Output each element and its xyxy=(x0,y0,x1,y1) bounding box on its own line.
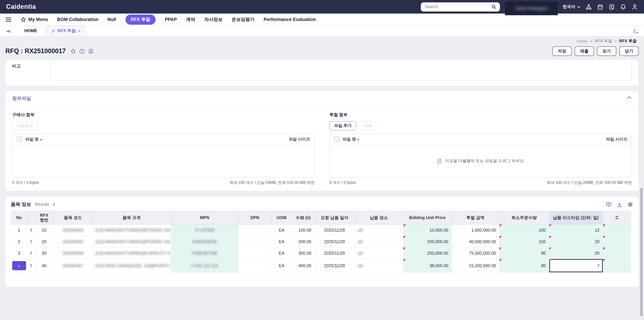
cell-value: 250,000.00 xyxy=(427,251,448,255)
submit-button[interactable]: 제출 xyxy=(575,46,594,56)
download-grid-icon[interactable] xyxy=(616,202,622,207)
col-header-uom[interactable]: UOM xyxy=(271,211,292,224)
document-a-icon[interactable] xyxy=(88,48,94,54)
cell-item-spec: [US] MANUFACTURING@CAPACITY 5 xyxy=(92,247,171,259)
cell-extra[interactable] xyxy=(603,236,631,247)
file-drop-zone[interactable]: 이곳을 더블클릭 또는 파일을 드래그 하세요. xyxy=(330,145,632,177)
add-file-button[interactable]: 파일 추가 xyxy=(330,121,356,130)
calendar-icon[interactable] xyxy=(597,4,604,10)
cell-rfx-line: 10 xyxy=(35,224,54,236)
col-header-extra[interactable]: C xyxy=(603,211,631,224)
col-header-dpn[interactable]: DPN xyxy=(238,211,271,224)
search-input[interactable] xyxy=(424,4,491,10)
cell-dpn xyxy=(238,224,271,236)
col-header-lead-time[interactable]: 납품 리드타임 (단위: 일) xyxy=(549,211,603,224)
info-icon[interactable] xyxy=(79,48,85,54)
gear-icon[interactable] xyxy=(628,202,633,207)
cell-value: 0 445 110 123 xyxy=(191,263,218,268)
select-all-checkbox[interactable] xyxy=(334,136,340,142)
memo-icon[interactable] xyxy=(608,4,615,10)
favorite-star-icon[interactable] xyxy=(70,48,76,54)
grid-info-icon[interactable] xyxy=(606,202,612,207)
cell-bid-unit-price[interactable]: 10,000.00 xyxy=(403,224,452,236)
close-button[interactable]: 닫기 xyxy=(619,46,638,56)
user-name[interactable]: Carlos Rodriguez xyxy=(505,2,558,15)
col-header-min-order-qty[interactable]: 최소주문수량 xyxy=(499,211,549,224)
cell-bid-unit-price[interactable]: 250,000.00 xyxy=(403,247,452,259)
cell-extra[interactable] xyxy=(603,247,631,259)
buyer-attachments-title: 구매사 첨부 xyxy=(12,112,314,118)
bell-icon[interactable] xyxy=(620,4,626,10)
breadcrumb-rfx[interactable]: RFX 투찰 xyxy=(595,38,612,44)
nav-item-bom-collaboration[interactable]: BOM Collaboration xyxy=(57,17,98,22)
cell-extra[interactable] xyxy=(603,259,631,272)
col-header-mpn[interactable]: MPN xyxy=(171,211,238,224)
cell-value: 20 xyxy=(42,239,46,244)
col-header-bid-amount[interactable]: 투찰 금액 xyxy=(452,211,499,224)
cell-bid-amount: 75,000,000.00 xyxy=(452,247,499,259)
col-header-no[interactable]: No xyxy=(11,211,28,224)
cell-value: 80 xyxy=(541,263,546,268)
hamburger-icon[interactable] xyxy=(6,17,12,22)
delete-file-button[interactable]: 삭제 xyxy=(359,121,376,130)
cell-lead-time[interactable]: 20 xyxy=(549,247,603,259)
nav-item-null[interactable]: Null xyxy=(108,17,116,22)
cell-bid-unit-price[interactable]: 38,000.00 xyxy=(403,259,452,272)
affiliate-icon[interactable] xyxy=(586,4,592,10)
items-table: No RFX 항번 품목 코드 품목 규격 MPN DPN UOM 수량 (b)… xyxy=(11,211,631,273)
cell-min-order-qty[interactable]: 80 xyxy=(499,259,549,272)
tab-home[interactable]: HOME xyxy=(16,29,45,33)
select-all-checkbox[interactable] xyxy=(16,136,22,142)
cell-min-order-qty[interactable]: 150 xyxy=(499,236,549,247)
remarks-label: 비고 xyxy=(12,60,50,81)
nav-item-rfx-bid-active[interactable]: RFX 투찰 xyxy=(125,15,156,25)
cell-min-order-qty[interactable]: 80 xyxy=(499,247,549,259)
cell-extra[interactable] xyxy=(603,224,631,236)
col-header-qty[interactable]: 수량 (b) xyxy=(292,211,314,224)
chevron-down-icon xyxy=(577,6,580,8)
cell-value: 100000465 xyxy=(62,239,84,244)
cell-lead-time[interactable]: 20 xyxy=(549,236,603,247)
save-button[interactable]: 저장 xyxy=(552,46,572,56)
cell-bid-unit-price[interactable]: 200,000.00 xyxy=(403,236,452,247)
vertical-scrollbar[interactable] xyxy=(640,36,643,319)
close-all-tabs-icon[interactable] xyxy=(633,29,638,34)
scrollbar-thumb[interactable] xyxy=(640,188,643,316)
col-header-alert[interactable] xyxy=(28,211,35,224)
nav-item-contract[interactable]: 계약 xyxy=(186,17,195,23)
download-button[interactable]: 다운로드 xyxy=(12,121,38,130)
nav-item-performance-evaluation[interactable]: Performance Evaluation xyxy=(264,17,316,22)
row-expand-button[interactable]: › xyxy=(12,261,26,270)
col-header-item-spec[interactable]: 품목 규격 xyxy=(92,211,171,224)
col-header-rfx-line[interactable]: RFX 항번 xyxy=(35,211,54,224)
file-name-header[interactable]: 파일 명 xyxy=(25,136,39,142)
drop-hint-text: 이곳을 더블클릭 또는 파일을 드래그 하세요. xyxy=(445,158,525,164)
cell-uom: EA xyxy=(271,259,292,272)
col-header-bidding-unit-price[interactable]: Bidding Unit Price xyxy=(403,211,452,224)
search-box[interactable] xyxy=(420,2,500,11)
tab-rfx-bid-active[interactable]: RFX 투찰 × xyxy=(45,26,86,36)
language-selector[interactable]: 한국어 xyxy=(563,4,580,10)
nav-item-ppap[interactable]: PPAP xyxy=(165,17,177,22)
nav-item-my-menu[interactable]: My Menu xyxy=(21,17,48,22)
collapse-sidebar-icon[interactable] xyxy=(6,29,11,34)
pin-icon[interactable] xyxy=(50,29,55,33)
nav-item-onboarding-eval[interactable]: 온보딩평가 xyxy=(232,17,254,23)
col-header-place[interactable]: 납품 장소 xyxy=(354,211,403,224)
cell-min-order-qty[interactable]: 100 xyxy=(499,224,549,236)
abandon-button[interactable]: 포기 xyxy=(597,46,616,56)
cell-place: wh xyxy=(354,236,403,247)
nav-item-company-info[interactable]: 자사정보 xyxy=(204,17,222,23)
cell-lead-time[interactable]: 12 xyxy=(549,224,603,236)
search-icon[interactable] xyxy=(491,4,496,9)
breadcrumb: Home > RFX 투찰 > RFX 투찰 xyxy=(6,36,638,45)
user-icon[interactable] xyxy=(632,4,638,10)
collapse-section-icon[interactable] xyxy=(627,96,632,99)
remarks-textarea[interactable] xyxy=(50,60,632,81)
col-header-req-date[interactable]: 요청 납품 일자 xyxy=(314,211,354,224)
file-name-header[interactable]: 파일 명 xyxy=(343,136,356,142)
close-tab-icon[interactable]: × xyxy=(78,29,80,33)
col-header-item-code[interactable]: 품목 코드 xyxy=(54,211,92,224)
selected-cell-lead-time[interactable]: 7 xyxy=(549,259,603,272)
breadcrumb-home[interactable]: Home xyxy=(577,39,588,44)
